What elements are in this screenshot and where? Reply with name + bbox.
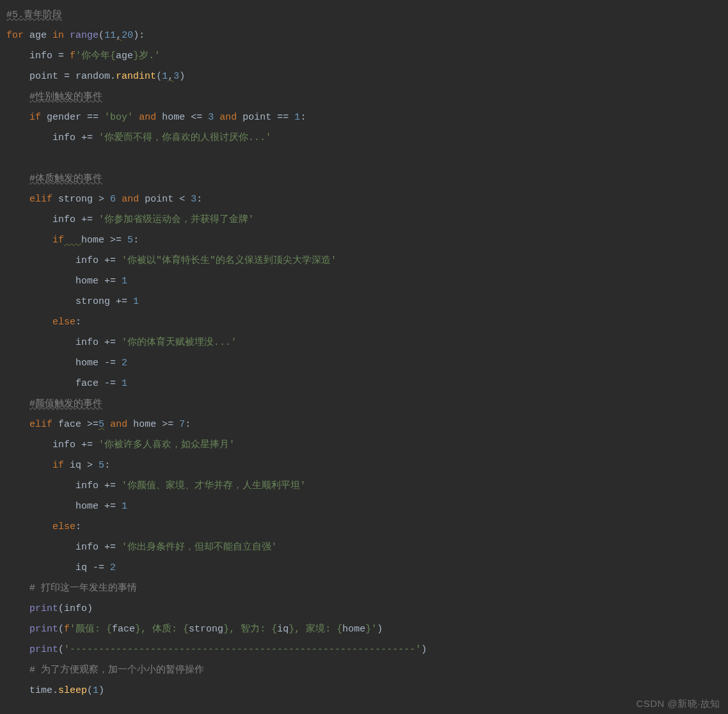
warning-squiggle (64, 235, 81, 246)
string-literal: '你参加省级运动会，并获得了金牌' (99, 214, 254, 225)
string-literal: '你被许多人喜欢，如众星捧月' (99, 440, 235, 450)
comment-line: # 为了方便观察，加一个小小的暂停操作 (29, 665, 204, 676)
keyword-for: for (6, 30, 24, 41)
identifier: info (29, 51, 52, 61)
keyword-elif: elif (29, 194, 52, 205)
string-literal: '你出身条件好，但却不能自立自强' (122, 542, 277, 553)
string-literal: '你的体育天赋被埋没...' (122, 337, 237, 348)
string-literal: '你爱而不得，你喜欢的人很讨厌你...' (99, 132, 271, 143)
string-literal: '你被以"体育特长生"的名义保送到顶尖大学深造' (122, 255, 336, 266)
string-literal: '你颜值、家境、才华并存，人生顺利平坦' (122, 480, 306, 491)
string-literal: '你今年{age}岁.' (75, 51, 160, 61)
keyword-if: if (29, 112, 41, 123)
keyword-else: else (52, 317, 75, 328)
comment-line: #颜值触发的事件 (29, 399, 102, 409)
identifier: age (29, 30, 47, 41)
fstring-prefix: f (70, 51, 75, 61)
string-literal: 'boy' (104, 112, 133, 123)
comment-line: #5.青年阶段 (6, 10, 62, 20)
builtin-print: print (29, 603, 58, 614)
method-call: sleep (58, 685, 87, 696)
keyword-in: in (52, 30, 64, 41)
identifier: random (75, 71, 110, 82)
comment-line: #性别触发的事件 (29, 91, 102, 102)
string-literal: '---------------------------------------… (64, 644, 421, 655)
identifier: point (29, 71, 58, 82)
method-call: randint (116, 71, 156, 82)
comment-line: #体质触发的事件 (29, 173, 102, 184)
builtin-range: range (70, 30, 99, 41)
number-literal: 11 (104, 30, 116, 41)
comment-line: # 打印这一年发生的事情 (29, 583, 137, 594)
code-editor[interactable]: #5.青年阶段 for age in range(11,20): info = … (0, 0, 728, 701)
number-literal: 20 (122, 30, 133, 41)
